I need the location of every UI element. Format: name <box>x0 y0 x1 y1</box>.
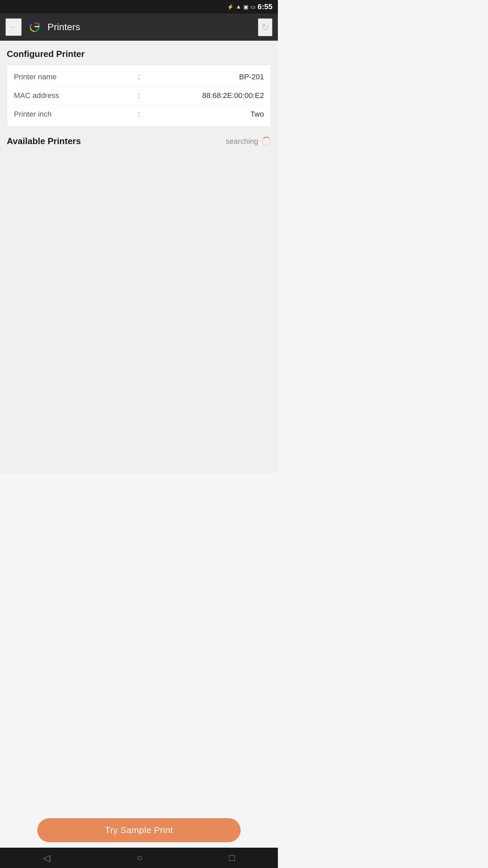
printer-name-label: Printer name <box>14 73 134 81</box>
status-bar: ⚡ ▲ ▣ ▭ 6:55 <box>0 0 278 14</box>
mac-address-value: 88:68:2E:00:00:E2 <box>144 91 264 100</box>
main-content: Configured Printer Printer name : BP-201… <box>0 41 278 473</box>
printer-inch-colon: : <box>138 110 140 119</box>
printer-name-colon: : <box>138 73 140 81</box>
mac-address-label: MAC address <box>14 91 134 100</box>
status-time: 6:55 <box>258 2 272 11</box>
app-bar: ← Printers ↻ <box>0 14 278 41</box>
app-logo <box>27 20 42 35</box>
available-printers-title: Available Printers <box>7 136 81 146</box>
searching-text: searching <box>226 137 258 146</box>
printer-inch-row: Printer inch : Two <box>14 105 264 123</box>
configured-printer-title: Configured Printer <box>7 49 271 59</box>
printer-inch-value: Two <box>144 110 264 119</box>
searching-container: searching <box>226 137 271 146</box>
signal-icon: ▣ <box>243 4 248 10</box>
status-icons: ⚡ ▲ ▣ ▭ 6:55 <box>227 2 272 11</box>
printer-inch-label: Printer inch <box>14 110 134 119</box>
back-button[interactable]: ← <box>5 18 22 36</box>
printer-name-row: Printer name : BP-201 <box>14 68 264 86</box>
bluetooth-icon: ⚡ <box>227 4 234 10</box>
available-section-header: Available Printers searching <box>7 136 271 146</box>
searching-spinner <box>262 137 271 146</box>
refresh-button[interactable]: ↻ <box>258 18 272 36</box>
battery-icon: ▭ <box>250 4 256 10</box>
mac-address-row: MAC address : 88:68:2E:00:00:E2 <box>14 86 264 105</box>
available-printers-list <box>7 152 271 423</box>
printer-name-value: BP-201 <box>144 73 264 81</box>
wifi-icon: ▲ <box>236 4 241 10</box>
mac-address-colon: : <box>138 91 140 100</box>
printer-info-card: Printer name : BP-201 MAC address : 88:6… <box>7 65 271 126</box>
app-title: Printers <box>47 22 252 33</box>
